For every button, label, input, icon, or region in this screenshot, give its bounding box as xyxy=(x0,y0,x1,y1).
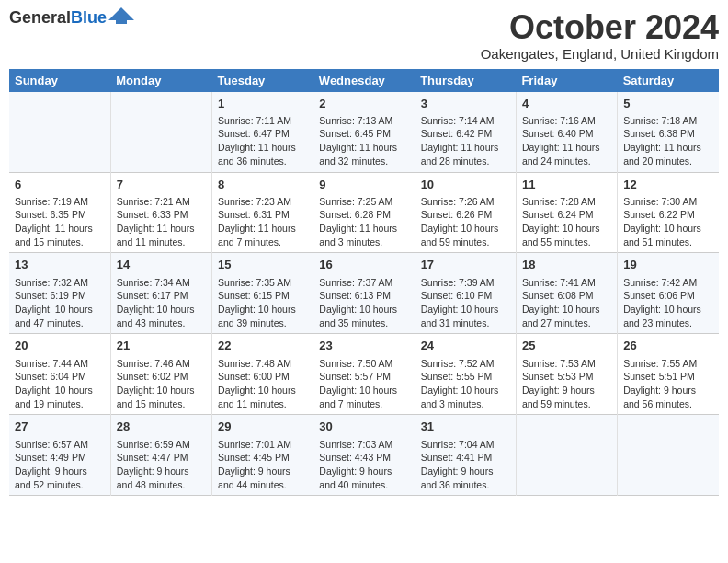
day-info: Sunrise: 7:28 AM Sunset: 6:24 PM Dayligh… xyxy=(522,195,611,249)
day-number: 18 xyxy=(522,257,611,273)
day-header-friday: Friday xyxy=(516,69,617,92)
day-info: Sunrise: 7:34 AM Sunset: 6:17 PM Dayligh… xyxy=(117,276,206,330)
calendar-cell: 5Sunrise: 7:18 AM Sunset: 6:38 PM Daylig… xyxy=(618,92,719,172)
week-row-3: 13Sunrise: 7:32 AM Sunset: 6:19 PM Dayli… xyxy=(9,253,719,334)
calendar-cell: 7Sunrise: 7:21 AM Sunset: 6:33 PM Daylig… xyxy=(110,172,211,253)
calendar-cell: 8Sunrise: 7:23 AM Sunset: 6:31 PM Daylig… xyxy=(212,172,313,253)
day-number: 9 xyxy=(319,177,408,193)
day-info: Sunrise: 7:41 AM Sunset: 6:08 PM Dayligh… xyxy=(522,276,611,330)
day-number: 6 xyxy=(15,177,105,193)
calendar-body: 1Sunrise: 7:11 AM Sunset: 6:47 PM Daylig… xyxy=(9,92,719,496)
week-row-2: 6Sunrise: 7:19 AM Sunset: 6:35 PM Daylig… xyxy=(9,172,719,253)
calendar-cell: 26Sunrise: 7:55 AM Sunset: 5:51 PM Dayli… xyxy=(618,334,719,415)
calendar-cell: 6Sunrise: 7:19 AM Sunset: 6:35 PM Daylig… xyxy=(9,172,110,253)
day-number: 10 xyxy=(421,177,510,193)
calendar-header: SundayMondayTuesdayWednesdayThursdayFrid… xyxy=(9,69,719,92)
calendar-cell: 13Sunrise: 7:32 AM Sunset: 6:19 PM Dayli… xyxy=(9,253,110,334)
day-number: 12 xyxy=(623,177,713,193)
day-info: Sunrise: 7:18 AM Sunset: 6:38 PM Dayligh… xyxy=(623,114,713,168)
calendar-cell: 1Sunrise: 7:11 AM Sunset: 6:47 PM Daylig… xyxy=(212,92,313,172)
day-number: 25 xyxy=(522,338,611,354)
calendar-cell: 27Sunrise: 6:57 AM Sunset: 4:49 PM Dayli… xyxy=(9,415,110,496)
day-number: 24 xyxy=(421,338,510,354)
day-number: 27 xyxy=(15,419,105,435)
calendar-cell: 18Sunrise: 7:41 AM Sunset: 6:08 PM Dayli… xyxy=(516,253,617,334)
day-info: Sunrise: 7:01 AM Sunset: 4:45 PM Dayligh… xyxy=(218,438,307,492)
calendar-cell: 21Sunrise: 7:46 AM Sunset: 6:02 PM Dayli… xyxy=(110,334,211,415)
calendar-cell xyxy=(110,92,211,172)
day-info: Sunrise: 7:21 AM Sunset: 6:33 PM Dayligh… xyxy=(117,195,206,249)
day-info: Sunrise: 7:55 AM Sunset: 5:51 PM Dayligh… xyxy=(623,357,713,411)
day-number: 1 xyxy=(218,96,307,112)
day-info: Sunrise: 7:13 AM Sunset: 6:45 PM Dayligh… xyxy=(319,114,408,168)
day-header-tuesday: Tuesday xyxy=(212,69,313,92)
day-info: Sunrise: 7:32 AM Sunset: 6:19 PM Dayligh… xyxy=(15,276,105,330)
calendar-cell: 11Sunrise: 7:28 AM Sunset: 6:24 PM Dayli… xyxy=(516,172,617,253)
day-info: Sunrise: 7:30 AM Sunset: 6:22 PM Dayligh… xyxy=(623,195,713,249)
calendar-cell: 31Sunrise: 7:04 AM Sunset: 4:41 PM Dayli… xyxy=(415,415,516,496)
day-number: 28 xyxy=(117,419,206,435)
day-info: Sunrise: 7:53 AM Sunset: 5:53 PM Dayligh… xyxy=(522,357,611,411)
location: Oakengates, England, United Kingdom xyxy=(481,46,719,62)
day-info: Sunrise: 6:57 AM Sunset: 4:49 PM Dayligh… xyxy=(15,438,105,492)
logo-blue: Blue xyxy=(71,8,107,27)
calendar-cell: 28Sunrise: 6:59 AM Sunset: 4:47 PM Dayli… xyxy=(110,415,211,496)
calendar-table: SundayMondayTuesdayWednesdayThursdayFrid… xyxy=(9,69,719,497)
calendar-cell: 23Sunrise: 7:50 AM Sunset: 5:57 PM Dayli… xyxy=(313,334,415,415)
calendar-cell xyxy=(618,415,719,496)
page-header: GeneralBlue October 2024 Oakengates, Eng… xyxy=(9,9,719,62)
day-info: Sunrise: 7:35 AM Sunset: 6:15 PM Dayligh… xyxy=(218,276,307,330)
calendar-cell: 29Sunrise: 7:01 AM Sunset: 4:45 PM Dayli… xyxy=(212,415,313,496)
calendar-cell: 19Sunrise: 7:42 AM Sunset: 6:06 PM Dayli… xyxy=(618,253,719,334)
logo-icon xyxy=(108,7,134,24)
day-number: 17 xyxy=(421,257,510,273)
day-info: Sunrise: 7:23 AM Sunset: 6:31 PM Dayligh… xyxy=(218,195,307,249)
calendar-cell: 3Sunrise: 7:14 AM Sunset: 6:42 PM Daylig… xyxy=(415,92,516,172)
day-info: Sunrise: 7:37 AM Sunset: 6:13 PM Dayligh… xyxy=(319,276,408,330)
day-info: Sunrise: 7:04 AM Sunset: 4:41 PM Dayligh… xyxy=(421,438,510,492)
week-row-1: 1Sunrise: 7:11 AM Sunset: 6:47 PM Daylig… xyxy=(9,92,719,172)
logo: GeneralBlue xyxy=(9,9,134,26)
day-number: 30 xyxy=(319,419,408,435)
calendar-cell: 16Sunrise: 7:37 AM Sunset: 6:13 PM Dayli… xyxy=(313,253,415,334)
day-header-saturday: Saturday xyxy=(618,69,719,92)
day-info: Sunrise: 7:14 AM Sunset: 6:42 PM Dayligh… xyxy=(421,114,510,168)
day-info: Sunrise: 7:44 AM Sunset: 6:04 PM Dayligh… xyxy=(15,357,105,411)
day-number: 3 xyxy=(421,96,510,112)
day-number: 14 xyxy=(117,257,206,273)
logo-text: GeneralBlue xyxy=(9,9,107,26)
day-number: 21 xyxy=(117,338,206,354)
day-number: 8 xyxy=(218,177,307,193)
calendar-cell xyxy=(9,92,110,172)
day-number: 16 xyxy=(319,257,408,273)
day-info: Sunrise: 7:42 AM Sunset: 6:06 PM Dayligh… xyxy=(623,276,713,330)
day-info: Sunrise: 7:46 AM Sunset: 6:02 PM Dayligh… xyxy=(117,357,206,411)
day-header-thursday: Thursday xyxy=(415,69,516,92)
day-info: Sunrise: 7:39 AM Sunset: 6:10 PM Dayligh… xyxy=(421,276,510,330)
calendar-cell: 9Sunrise: 7:25 AM Sunset: 6:28 PM Daylig… xyxy=(313,172,415,253)
day-number: 19 xyxy=(623,257,713,273)
day-info: Sunrise: 6:59 AM Sunset: 4:47 PM Dayligh… xyxy=(117,438,206,492)
title-block: October 2024 Oakengates, England, United… xyxy=(481,9,719,62)
calendar-cell xyxy=(516,415,617,496)
calendar-cell: 2Sunrise: 7:13 AM Sunset: 6:45 PM Daylig… xyxy=(313,92,415,172)
calendar-cell: 10Sunrise: 7:26 AM Sunset: 6:26 PM Dayli… xyxy=(415,172,516,253)
day-info: Sunrise: 7:25 AM Sunset: 6:28 PM Dayligh… xyxy=(319,195,408,249)
day-info: Sunrise: 7:52 AM Sunset: 5:55 PM Dayligh… xyxy=(421,357,510,411)
calendar-cell: 30Sunrise: 7:03 AM Sunset: 4:43 PM Dayli… xyxy=(313,415,415,496)
day-number: 13 xyxy=(15,257,105,273)
day-info: Sunrise: 7:19 AM Sunset: 6:35 PM Dayligh… xyxy=(15,195,105,249)
calendar-cell: 20Sunrise: 7:44 AM Sunset: 6:04 PM Dayli… xyxy=(9,334,110,415)
day-number: 11 xyxy=(522,177,611,193)
day-number: 31 xyxy=(421,419,510,435)
svg-marker-0 xyxy=(108,7,134,24)
day-number: 2 xyxy=(319,96,408,112)
day-info: Sunrise: 7:03 AM Sunset: 4:43 PM Dayligh… xyxy=(319,438,408,492)
day-number: 23 xyxy=(319,338,408,354)
day-number: 26 xyxy=(623,338,713,354)
day-info: Sunrise: 7:26 AM Sunset: 6:26 PM Dayligh… xyxy=(421,195,510,249)
day-header-sunday: Sunday xyxy=(9,69,110,92)
day-number: 15 xyxy=(218,257,307,273)
day-info: Sunrise: 7:11 AM Sunset: 6:47 PM Dayligh… xyxy=(218,114,307,168)
day-info: Sunrise: 7:16 AM Sunset: 6:40 PM Dayligh… xyxy=(522,114,611,168)
